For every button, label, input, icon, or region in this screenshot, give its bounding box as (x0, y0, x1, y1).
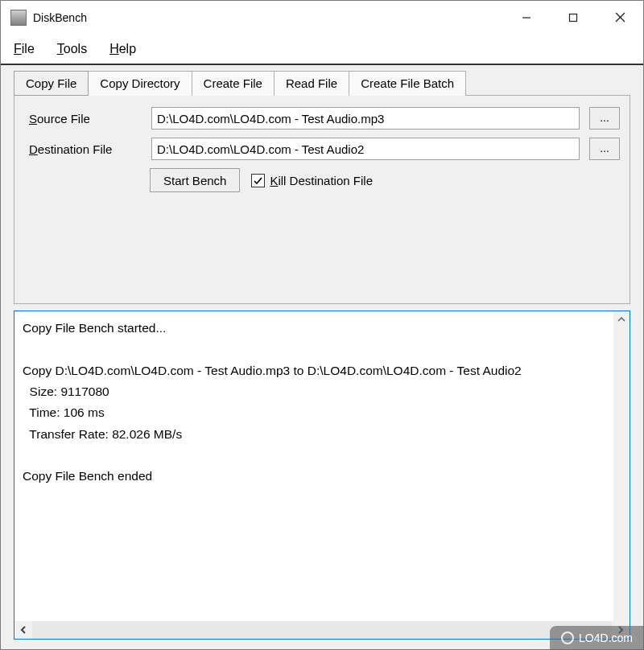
destination-file-label: Destination File (29, 142, 142, 156)
kill-destination-checkbox[interactable]: Kill Destination File (251, 174, 373, 187)
window-controls (503, 1, 643, 34)
source-row: Source File ... (29, 107, 620, 130)
maximize-button[interactable] (550, 1, 597, 34)
watermark-text: LO4D.com (579, 631, 633, 644)
tab-create-file-batch[interactable]: Create File Batch (349, 71, 466, 96)
close-button[interactable] (597, 1, 643, 34)
menu-help[interactable]: Help (109, 42, 136, 56)
vertical-scrollbar[interactable] (613, 311, 630, 621)
dest-row: Destination File ... (29, 138, 620, 160)
horizontal-scrollbar[interactable] (14, 621, 630, 639)
app-icon (10, 10, 27, 26)
action-row: Start Bench Kill Destination File (150, 168, 620, 192)
destination-browse-button[interactable]: ... (589, 138, 620, 160)
watermark-icon (561, 631, 574, 644)
scroll-left-icon[interactable] (14, 621, 32, 639)
tab-panel-copy-file: Source File ... Destination File ... Sta… (14, 95, 630, 304)
menu-file[interactable]: File (14, 42, 35, 56)
start-bench-button[interactable]: Start Bench (150, 168, 240, 192)
minimize-button[interactable] (503, 1, 550, 34)
tab-read-file[interactable]: Read File (274, 71, 349, 96)
source-file-input[interactable] (151, 107, 580, 130)
menubar: File Tools Help (1, 35, 643, 65)
destination-file-input[interactable] (151, 138, 580, 160)
log-area: Copy File Bench started... Copy D:\LO4D.… (14, 311, 630, 640)
window-title: DiskBench (33, 11, 503, 24)
source-browse-button[interactable]: ... (589, 107, 620, 130)
kill-destination-label: Kill Destination File (270, 174, 373, 187)
checkbox-icon (251, 174, 265, 187)
menu-tools[interactable]: Tools (57, 42, 87, 56)
app-window: DiskBench File Tools Help Copy File Copy… (0, 0, 644, 650)
svg-rect-1 (570, 14, 577, 21)
content-area: Copy File Copy Directory Create File Rea… (1, 65, 643, 649)
tab-copy-file[interactable]: Copy File (14, 71, 89, 96)
tabstrip: Copy File Copy Directory Create File Rea… (14, 71, 630, 96)
log-text[interactable]: Copy File Bench started... Copy D:\LO4D.… (14, 311, 630, 621)
tab-container: Copy File Copy Directory Create File Rea… (14, 70, 630, 304)
source-file-label: Source File (29, 112, 142, 125)
watermark: LO4D.com (550, 626, 644, 650)
tab-copy-directory[interactable]: Copy Directory (88, 71, 192, 96)
scroll-up-icon[interactable] (613, 311, 630, 327)
scroll-track[interactable] (32, 621, 612, 639)
titlebar: DiskBench (1, 1, 643, 35)
tab-create-file[interactable]: Create File (192, 71, 275, 96)
